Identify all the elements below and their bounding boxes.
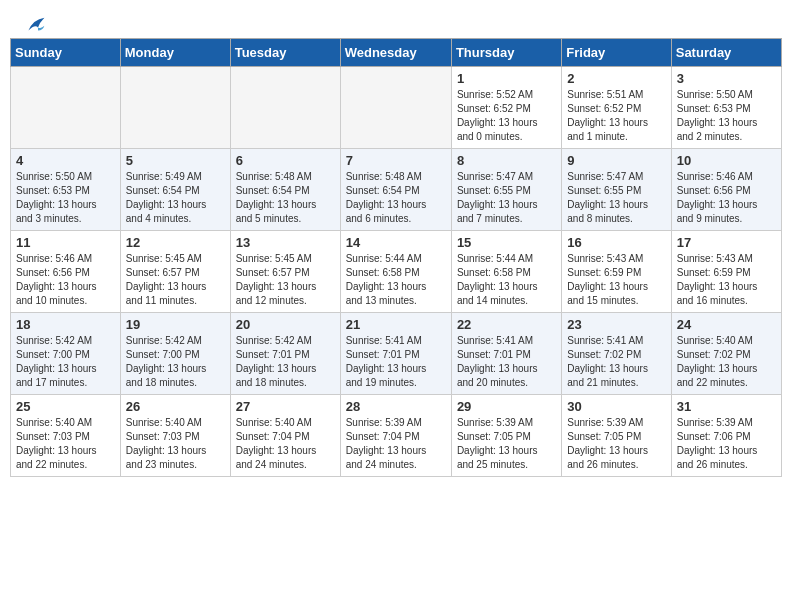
day-number: 31 <box>677 399 776 414</box>
day-info-line: Daylight: 13 hours <box>457 444 556 458</box>
day-info-line: and 8 minutes. <box>567 212 665 226</box>
day-info-line: Sunrise: 5:40 AM <box>677 334 776 348</box>
day-number: 28 <box>346 399 446 414</box>
day-info-line: Daylight: 13 hours <box>16 280 115 294</box>
day-info-line: Sunset: 6:54 PM <box>236 184 335 198</box>
day-info-line: Sunset: 7:01 PM <box>457 348 556 362</box>
day-number: 25 <box>16 399 115 414</box>
day-info-line: Sunrise: 5:52 AM <box>457 88 556 102</box>
day-info-line: Sunset: 6:53 PM <box>16 184 115 198</box>
table-row: 14Sunrise: 5:44 AMSunset: 6:58 PMDayligh… <box>340 231 451 313</box>
day-info-line: Daylight: 13 hours <box>677 198 776 212</box>
day-info-line: Sunset: 7:05 PM <box>567 430 665 444</box>
logo-bird-icon <box>22 16 46 34</box>
day-info-line: Daylight: 13 hours <box>567 280 665 294</box>
day-info-line: and 14 minutes. <box>457 294 556 308</box>
day-info-line: Daylight: 13 hours <box>236 198 335 212</box>
day-number: 4 <box>16 153 115 168</box>
day-info-line: Sunset: 6:55 PM <box>567 184 665 198</box>
day-info-line: Sunset: 6:56 PM <box>677 184 776 198</box>
day-info-line: Sunset: 6:58 PM <box>457 266 556 280</box>
day-info-line: and 18 minutes. <box>236 376 335 390</box>
day-info-line: Daylight: 13 hours <box>457 116 556 130</box>
day-info-line: Daylight: 13 hours <box>567 362 665 376</box>
header-friday: Friday <box>562 39 671 67</box>
day-number: 29 <box>457 399 556 414</box>
day-number: 15 <box>457 235 556 250</box>
day-number: 6 <box>236 153 335 168</box>
table-row: 17Sunrise: 5:43 AMSunset: 6:59 PMDayligh… <box>671 231 781 313</box>
day-info-line: Daylight: 13 hours <box>567 116 665 130</box>
day-info-line: Daylight: 13 hours <box>346 362 446 376</box>
day-info-line: Sunrise: 5:41 AM <box>346 334 446 348</box>
calendar-week-row: 11Sunrise: 5:46 AMSunset: 6:56 PMDayligh… <box>11 231 782 313</box>
table-row: 27Sunrise: 5:40 AMSunset: 7:04 PMDayligh… <box>230 395 340 477</box>
day-number: 16 <box>567 235 665 250</box>
day-info-line: Sunrise: 5:42 AM <box>236 334 335 348</box>
table-row: 25Sunrise: 5:40 AMSunset: 7:03 PMDayligh… <box>11 395 121 477</box>
day-info-line: Sunset: 6:55 PM <box>457 184 556 198</box>
logo <box>20 16 46 30</box>
day-info-line: Sunset: 6:59 PM <box>677 266 776 280</box>
day-number: 14 <box>346 235 446 250</box>
day-info-line: Sunrise: 5:40 AM <box>236 416 335 430</box>
day-info-line: and 19 minutes. <box>346 376 446 390</box>
table-row: 11Sunrise: 5:46 AMSunset: 6:56 PMDayligh… <box>11 231 121 313</box>
day-info-line: Sunrise: 5:43 AM <box>677 252 776 266</box>
table-row <box>120 67 230 149</box>
day-info-line: and 12 minutes. <box>236 294 335 308</box>
day-info-line: Sunrise: 5:40 AM <box>126 416 225 430</box>
table-row: 16Sunrise: 5:43 AMSunset: 6:59 PMDayligh… <box>562 231 671 313</box>
table-row: 1Sunrise: 5:52 AMSunset: 6:52 PMDaylight… <box>451 67 561 149</box>
day-info-line: and 24 minutes. <box>236 458 335 472</box>
day-info-line: Sunrise: 5:41 AM <box>457 334 556 348</box>
day-info-line: Sunset: 7:00 PM <box>16 348 115 362</box>
day-info-line: and 13 minutes. <box>346 294 446 308</box>
day-number: 24 <box>677 317 776 332</box>
day-info-line: and 1 minute. <box>567 130 665 144</box>
day-info-line: and 18 minutes. <box>126 376 225 390</box>
calendar-week-row: 4Sunrise: 5:50 AMSunset: 6:53 PMDaylight… <box>11 149 782 231</box>
day-info-line: and 4 minutes. <box>126 212 225 226</box>
table-row: 5Sunrise: 5:49 AMSunset: 6:54 PMDaylight… <box>120 149 230 231</box>
calendar-week-row: 1Sunrise: 5:52 AMSunset: 6:52 PMDaylight… <box>11 67 782 149</box>
table-row: 21Sunrise: 5:41 AMSunset: 7:01 PMDayligh… <box>340 313 451 395</box>
table-row: 4Sunrise: 5:50 AMSunset: 6:53 PMDaylight… <box>11 149 121 231</box>
day-number: 23 <box>567 317 665 332</box>
day-info-line: Sunrise: 5:42 AM <box>16 334 115 348</box>
day-number: 10 <box>677 153 776 168</box>
header-tuesday: Tuesday <box>230 39 340 67</box>
day-info-line: Sunset: 7:01 PM <box>346 348 446 362</box>
day-info-line: Sunrise: 5:43 AM <box>567 252 665 266</box>
day-info-line: Sunrise: 5:50 AM <box>16 170 115 184</box>
day-info-line: Sunrise: 5:48 AM <box>346 170 446 184</box>
day-info-line: Sunrise: 5:39 AM <box>677 416 776 430</box>
day-info-line: Sunset: 6:54 PM <box>346 184 446 198</box>
day-info-line: Sunset: 7:04 PM <box>346 430 446 444</box>
day-info-line: and 3 minutes. <box>16 212 115 226</box>
day-info-line: and 2 minutes. <box>677 130 776 144</box>
day-info-line: Sunset: 6:53 PM <box>677 102 776 116</box>
day-info-line: Sunset: 6:59 PM <box>567 266 665 280</box>
day-info-line: Sunset: 6:54 PM <box>126 184 225 198</box>
table-row: 12Sunrise: 5:45 AMSunset: 6:57 PMDayligh… <box>120 231 230 313</box>
header-wednesday: Wednesday <box>340 39 451 67</box>
day-info-line: Sunset: 7:05 PM <box>457 430 556 444</box>
day-info-line: Daylight: 13 hours <box>126 198 225 212</box>
day-info-line: Daylight: 13 hours <box>236 444 335 458</box>
day-info-line: Sunrise: 5:46 AM <box>16 252 115 266</box>
day-info-line: Daylight: 13 hours <box>236 280 335 294</box>
day-info-line: Sunrise: 5:39 AM <box>457 416 556 430</box>
table-row: 13Sunrise: 5:45 AMSunset: 6:57 PMDayligh… <box>230 231 340 313</box>
day-number: 21 <box>346 317 446 332</box>
day-info-line: Daylight: 13 hours <box>677 444 776 458</box>
day-info-line: Daylight: 13 hours <box>457 280 556 294</box>
day-info-line: Daylight: 13 hours <box>236 362 335 376</box>
day-info-line: Daylight: 13 hours <box>16 362 115 376</box>
day-info-line: Daylight: 13 hours <box>346 198 446 212</box>
table-row: 20Sunrise: 5:42 AMSunset: 7:01 PMDayligh… <box>230 313 340 395</box>
day-info-line: Sunset: 7:03 PM <box>126 430 225 444</box>
table-row: 24Sunrise: 5:40 AMSunset: 7:02 PMDayligh… <box>671 313 781 395</box>
day-number: 22 <box>457 317 556 332</box>
table-row: 18Sunrise: 5:42 AMSunset: 7:00 PMDayligh… <box>11 313 121 395</box>
